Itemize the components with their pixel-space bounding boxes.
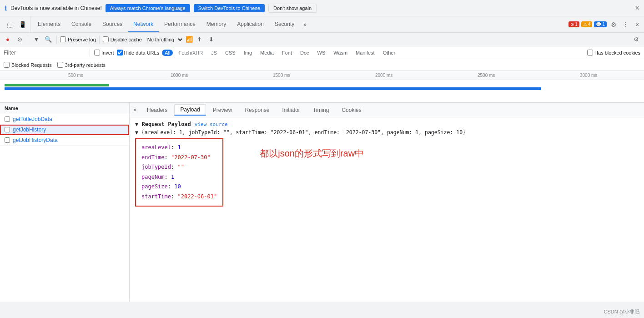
view-source-link[interactable]: view source bbox=[195, 121, 228, 127]
filter-css-button[interactable]: CSS bbox=[222, 50, 238, 56]
tab-memory[interactable]: Memory bbox=[201, 16, 231, 32]
tab-preview[interactable]: Preview bbox=[207, 105, 238, 115]
third-party-checkbox[interactable]: 3rd-party requests bbox=[57, 62, 106, 68]
payload-box: areaLevel: 1 endTime: "2022-07-30" jobTy… bbox=[135, 138, 223, 207]
timeline-bars bbox=[0, 80, 644, 103]
has-blocked-cookies-checkbox[interactable]: Has blocked cookies bbox=[587, 50, 640, 56]
throttle-select[interactable]: No throttling Fast 3G Slow 3G Offline bbox=[144, 35, 184, 44]
list-item[interactable]: getJobHistoryData bbox=[0, 135, 129, 146]
stop-button[interactable]: ⊘ bbox=[15, 35, 25, 45]
item-checkbox-getJobHistoryData[interactable] bbox=[5, 137, 10, 143]
filter-manifest-button[interactable]: Manifest bbox=[353, 50, 377, 56]
filter-fetchxhr-button[interactable]: Fetch/XHR bbox=[176, 50, 206, 56]
dont-show-again-button[interactable]: Don't show again bbox=[268, 4, 317, 13]
detail-close-icon[interactable]: × bbox=[133, 107, 136, 113]
tab-cookies[interactable]: Cookies bbox=[336, 105, 367, 115]
download-icon[interactable]: ⬇ bbox=[206, 35, 216, 45]
inspect-icon[interactable]: ⬚ bbox=[5, 20, 15, 30]
record-button[interactable]: ● bbox=[3, 35, 13, 45]
devtools-close-icon[interactable]: × bbox=[632, 20, 642, 30]
devtools-more-icon[interactable]: ⋮ bbox=[620, 20, 630, 30]
timeline-green-bar bbox=[5, 84, 109, 86]
info-badge[interactable]: 💬 1 bbox=[594, 21, 607, 27]
third-party-input[interactable] bbox=[57, 62, 63, 68]
tab-elements[interactable]: Elements bbox=[32, 16, 66, 32]
item-checkbox-getTotleJobData[interactable] bbox=[5, 116, 10, 122]
ruler-mark-2000: 2000 ms bbox=[375, 73, 392, 78]
timeline-area[interactable]: 500 ms 1000 ms 1500 ms 2000 ms 2500 ms 3… bbox=[0, 71, 644, 103]
filter-other-button[interactable]: Other bbox=[380, 50, 398, 56]
disable-cache-checkbox[interactable]: Disable cache bbox=[103, 36, 142, 42]
switch-devtools-button[interactable]: Switch DevTools to Chinese bbox=[194, 4, 265, 12]
tab-performance[interactable]: Performance bbox=[159, 16, 201, 32]
disable-cache-input[interactable] bbox=[103, 36, 109, 42]
payload-section-title: ▼ Request Payload view source bbox=[135, 121, 639, 127]
hide-data-urls-input[interactable] bbox=[117, 50, 123, 56]
filter-right: Has blocked cookies bbox=[587, 50, 640, 56]
list-item[interactable]: getJobHistory bbox=[0, 125, 129, 135]
tab-bar: ⬚ 📱 Elements Console Sources Network Per… bbox=[0, 16, 644, 33]
list-item[interactable]: getTotleJobData bbox=[0, 114, 129, 125]
item-checkbox-getJobHistory[interactable] bbox=[5, 127, 10, 132]
filter-img-button[interactable]: Img bbox=[241, 50, 255, 56]
filter-bar: Invert Hide data URLs All Fetch/XHR JS C… bbox=[0, 46, 644, 59]
detail-panel: × Headers Payload Preview Response Initi… bbox=[130, 103, 644, 302]
tab-payload[interactable]: Payload bbox=[174, 104, 206, 116]
tab-right-icons: ⊗ 1 ⚠ 4 💬 1 ⚙ ⋮ × bbox=[569, 20, 642, 30]
device-toolbar-icon[interactable]: 📱 bbox=[17, 20, 27, 30]
has-blocked-cookies-input[interactable] bbox=[587, 50, 593, 56]
tab-headers[interactable]: Headers bbox=[141, 105, 173, 115]
payload-inline-text: ▼ {areaLevel: 1, jobTypeId: "", startTim… bbox=[135, 129, 639, 136]
devtools-settings-icon[interactable]: ⚙ bbox=[609, 20, 619, 30]
filter-button[interactable]: ▼ bbox=[31, 35, 41, 45]
item-name-getJobHistoryData[interactable]: getJobHistoryData bbox=[13, 137, 58, 143]
tab-sources[interactable]: Sources bbox=[97, 16, 128, 32]
tab-initiator[interactable]: Initiator bbox=[276, 105, 306, 115]
ruler-mark-1000: 1000 ms bbox=[171, 73, 188, 78]
ruler-mark-3000: 3000 ms bbox=[580, 73, 597, 78]
hide-data-urls-checkbox[interactable]: Hide data URLs bbox=[117, 50, 160, 56]
filter-wasm-button[interactable]: Wasm bbox=[331, 50, 350, 56]
preserve-log-checkbox[interactable]: Preserve log bbox=[60, 36, 96, 42]
tab-network[interactable]: Network bbox=[128, 16, 159, 32]
name-panel-header: Name bbox=[0, 103, 129, 114]
tab-side-icons: ⬚ 📱 bbox=[2, 16, 30, 32]
name-panel: Name getTotleJobData getJobHistory getJo… bbox=[0, 103, 130, 302]
detail-tabs: × Headers Payload Preview Response Initi… bbox=[130, 103, 644, 117]
invert-input[interactable] bbox=[94, 50, 100, 56]
filter-media-button[interactable]: Media bbox=[257, 50, 277, 56]
filter-input[interactable] bbox=[4, 50, 86, 56]
item-name-getTotleJobData[interactable]: getTotleJobData bbox=[13, 116, 52, 122]
filter-all-button[interactable]: All bbox=[162, 50, 173, 56]
match-language-button[interactable]: Always match Chrome's language bbox=[106, 4, 190, 12]
notif-text: DevTools is now available in Chinese! bbox=[10, 5, 102, 11]
blocked-requests-input[interactable] bbox=[4, 62, 10, 68]
network-settings-icon[interactable]: ⚙ bbox=[631, 35, 641, 45]
invert-checkbox[interactable]: Invert bbox=[94, 50, 114, 56]
filter-font-button[interactable]: Font bbox=[279, 50, 295, 56]
error-badge[interactable]: ⊗ 1 bbox=[569, 21, 579, 27]
search-button[interactable]: 🔍 bbox=[43, 35, 53, 45]
item-name-getJobHistory[interactable]: getJobHistory bbox=[13, 126, 46, 133]
tab-more-icon[interactable]: » bbox=[300, 16, 310, 32]
notification-close-icon[interactable]: × bbox=[635, 4, 639, 12]
tab-console[interactable]: Console bbox=[66, 16, 97, 32]
preserve-log-input[interactable] bbox=[60, 36, 66, 42]
filter-ws-button[interactable]: WS bbox=[315, 50, 328, 56]
wifi-icon[interactable]: 📶 bbox=[186, 36, 193, 43]
tab-timing[interactable]: Timing bbox=[307, 105, 335, 115]
toolbar-separator-1 bbox=[28, 35, 28, 44]
upload-icon[interactable]: ⬆ bbox=[195, 35, 205, 45]
tab-security[interactable]: Security bbox=[269, 16, 300, 32]
tab-response[interactable]: Response bbox=[239, 105, 275, 115]
payload-expanded-area: areaLevel: 1 endTime: "2022-07-30" jobTy… bbox=[135, 138, 639, 210]
tab-application[interactable]: Application bbox=[231, 16, 269, 32]
notif-info-icon: ℹ bbox=[5, 5, 7, 12]
warn-badge[interactable]: ⚠ 4 bbox=[581, 21, 593, 27]
notification-bar: ℹ DevTools is now available in Chinese! … bbox=[0, 0, 644, 16]
filter-js-button[interactable]: JS bbox=[208, 50, 220, 56]
timeline-ruler: 500 ms 1000 ms 1500 ms 2000 ms 2500 ms 3… bbox=[0, 71, 644, 80]
blocked-requests-checkbox[interactable]: Blocked Requests bbox=[4, 62, 52, 68]
filter-doc-button[interactable]: Doc bbox=[297, 50, 312, 56]
ruler-mark-500: 500 ms bbox=[68, 73, 83, 78]
